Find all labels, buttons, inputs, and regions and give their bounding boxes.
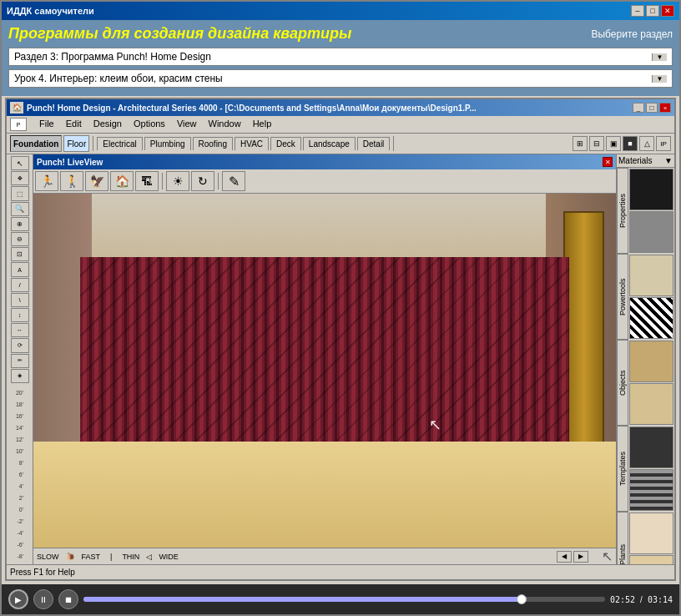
lt-zoom-tool[interactable]: 🔍 [11,202,29,216]
liveview-toolbar: 🏃 🚶 🦅 🏠 🏗 ☀ ↻ ✎ [33,169,616,194]
lt-tool-9[interactable]: / [11,278,29,292]
3d-view[interactable]: ↖ [33,194,616,548]
lv-btn-4[interactable]: 🏠 [110,171,134,191]
view-icon-3[interactable]: ▣ [606,136,621,151]
total-time: 03:14 [648,595,673,604]
foundation-button[interactable]: Foundation [10,135,62,152]
swatch-9[interactable] [629,512,673,554]
lt-tool-8[interactable]: A [11,262,29,276]
floor-button[interactable]: Floor [63,135,89,152]
stop-button[interactable]: ⏹ [58,589,78,609]
menu-options[interactable]: Options [131,118,168,131]
menu-view[interactable]: View [174,118,199,131]
pause-button[interactable]: ⏸ [33,589,53,609]
swatch-5[interactable] [629,341,673,382]
panel-row-1: Properties [617,168,674,254]
lv-btn-5[interactable]: 🏗 [135,171,159,191]
video-player: ▶ ⏸ ⏹ 02:52 / 03:14 [2,584,679,614]
lesson-dropdown[interactable]: Урок 4. Интерьер: клеим обои, красим сте… [8,69,673,88]
progress-bar[interactable] [83,597,605,602]
tab-objects[interactable]: Objects [617,340,628,426]
tab-plumbing[interactable]: Plumbing [144,137,191,150]
progress-fill [83,597,527,602]
app-close-button[interactable]: × [659,103,671,113]
lt-tool-15[interactable]: ◈ [11,369,29,383]
scale-neg8: -8' [16,551,23,563]
section-dropdown-arrow[interactable]: ▼ [652,53,667,61]
main-content: ↖ ✥ ⬚ 🔍 ⊕ ⊖ ⊡ A / \ ↕ ↔ ⟳ ✏ ◈ 20' 18' 1 [7,154,674,564]
tab-powertools[interactable]: Powertools [617,254,628,340]
app-min-button[interactable]: _ [633,103,644,113]
scale-0: 0' [16,504,23,516]
lt-select-tool[interactable]: ↖ [11,156,29,170]
properties-content [628,168,674,254]
liveview-title: Punch! LiveView [37,158,103,167]
lv-btn-1[interactable]: 🏃 [35,171,58,191]
play-button[interactable]: ▶ [8,589,28,609]
swatch-7[interactable] [629,427,673,468]
tab-electrical[interactable]: Electrical [97,137,143,150]
lt-tool-10[interactable]: \ [11,293,29,307]
outer-title-text: ИДДК самоучители [7,6,94,16]
outer-max-button[interactable]: □ [646,5,659,17]
lv-btn-3[interactable]: 🦅 [85,171,108,191]
liveview-status: SLOW 🐌 FAST | THIN ◁ WIDE ◀ ▶ ↖ [33,548,616,564]
scale-neg2: -2' [16,516,23,528]
lv-fast: FAST [82,553,101,561]
menu-file[interactable]: File [37,118,57,131]
lv-btn-7[interactable]: ↻ [191,171,214,191]
nav-left[interactable]: ◀ [557,551,572,563]
view-icon-2[interactable]: ⊟ [589,136,604,151]
swatch-8[interactable] [629,469,673,511]
swatch-2[interactable] [629,211,673,253]
app-max-button[interactable]: □ [646,103,658,113]
view-icon-5[interactable]: △ [639,136,654,151]
lesson-dropdown-row: Урок 4. Интерьер: клеим обои, красим сте… [8,69,673,88]
menu-edit[interactable]: Edit [63,118,84,131]
tab-detail[interactable]: Detail [357,137,391,150]
lv-slow-icon: 🐌 [66,553,75,561]
lt-tool-14[interactable]: ✏ [11,354,29,368]
lt-tool-7[interactable]: ⊡ [11,247,29,261]
lv-btn-2[interactable]: 🚶 [60,171,83,191]
scale-neg4: -4' [16,528,23,539]
tab-roofing[interactable]: Roofing [193,137,233,150]
menu-bar: P File Edit Design Options View Window H… [7,116,674,134]
outer-close-button[interactable]: ✕ [661,5,674,17]
tab-plants[interactable]: Plants [617,512,628,564]
menu-design[interactable]: Design [91,118,124,131]
lv-thin-icon: ◁ [146,553,152,561]
tab-landscape[interactable]: Landscape [303,137,356,150]
swatch-3[interactable] [629,255,673,296]
tab-deck[interactable]: Deck [270,137,301,150]
nav-right[interactable]: ▶ [573,551,588,563]
lt-tool-11[interactable]: ↕ [11,308,29,322]
lt-tool-12[interactable]: ↔ [11,323,29,337]
lv-btn-6[interactable]: ☀ [166,171,189,191]
view-icon-ip[interactable]: IP [656,136,671,151]
lt-tool-13[interactable]: ⟳ [11,338,29,352]
lt-tool-2[interactable]: ✥ [11,171,29,185]
swatch-1[interactable] [629,169,673,210]
lt-tool-3[interactable]: ⬚ [11,186,29,200]
progress-thumb[interactable] [517,594,527,604]
swatch-6[interactable] [629,383,673,425]
tab-hvac[interactable]: HVAC [235,137,269,150]
view-icon-4[interactable]: ■ [623,136,638,151]
swatch-10[interactable] [629,555,673,564]
swatch-4[interactable] [629,297,673,339]
liveview-close-button[interactable]: ✕ [603,157,613,167]
tab-templates[interactable]: Templates [617,426,628,512]
plants-content [628,512,674,564]
lt-tool-6[interactable]: ⊖ [11,232,29,246]
lt-tool-5[interactable]: ⊕ [11,217,29,231]
view-icon-1[interactable]: ⊞ [573,136,588,151]
panel-row-2: Powertools [617,254,674,340]
lesson-dropdown-arrow[interactable]: ▼ [652,75,667,83]
tab-properties[interactable]: Properties [617,168,628,254]
menu-help[interactable]: Help [250,118,275,131]
section-dropdown[interactable]: Раздел 3: Программа Punch! Home Design ▼ [8,48,673,66]
menu-window[interactable]: Window [206,118,244,131]
lv-btn-8[interactable]: ✎ [222,171,245,191]
outer-min-button[interactable]: – [631,5,644,17]
